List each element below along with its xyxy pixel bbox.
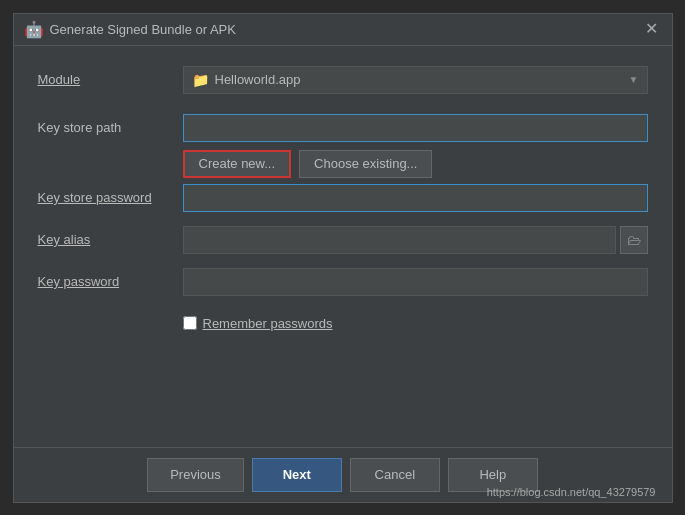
key-store-password-input[interactable] [183,184,648,212]
key-store-path-input[interactable] [183,114,648,142]
key-alias-control: 🗁 [183,226,648,254]
key-store-password-row: Key store password [38,184,648,212]
create-new-button[interactable]: Create new... [183,150,292,178]
remember-passwords-row: Remember passwords [183,316,648,331]
dialog-title: Generate Signed Bundle or APK [50,22,236,37]
key-store-path-right: Create new... Choose existing... [183,114,648,178]
folder-icon: 🗁 [627,232,641,248]
module-label: Module [38,72,183,87]
key-store-path-row: Key store path Create new... Choose exis… [38,114,648,178]
title-bar-left: 🤖 Generate Signed Bundle or APK [24,20,236,39]
close-button[interactable]: ✕ [641,19,662,39]
title-bar: 🤖 Generate Signed Bundle or APK ✕ [14,14,672,46]
key-password-label: Key password [38,274,183,289]
csdn-link: https://blog.csdn.net/qq_43279579 [487,486,656,498]
module-row: Module 📁 Helloworld.app ▼ [38,66,648,94]
module-value: Helloworld.app [215,72,301,87]
module-dropdown[interactable]: 📁 Helloworld.app ▼ [183,66,648,94]
key-store-password-control [183,184,648,212]
remember-passwords-label[interactable]: Remember passwords [203,316,333,331]
module-control: 📁 Helloworld.app ▼ [183,66,648,94]
key-store-password-label: Key store password [38,190,183,205]
key-store-path-label: Key store path [38,114,183,135]
key-alias-row: Key alias 🗁 [38,226,648,254]
choose-existing-button[interactable]: Choose existing... [299,150,432,178]
module-folder-icon: 📁 [192,72,209,88]
cancel-button[interactable]: Cancel [350,458,440,492]
previous-button[interactable]: Previous [147,458,244,492]
key-password-control [183,268,648,296]
next-button[interactable]: Next [252,458,342,492]
key-store-buttons: Create new... Choose existing... [183,150,648,178]
key-password-input[interactable] [183,268,648,296]
dialog-content: Module 📁 Helloworld.app ▼ Key store path [14,46,672,447]
key-alias-browse-button[interactable]: 🗁 [620,226,648,254]
key-alias-input[interactable] [183,226,616,254]
key-password-row: Key password [38,268,648,296]
android-icon: 🤖 [24,20,44,39]
dropdown-arrow-icon: ▼ [629,74,639,85]
key-alias-label: Key alias [38,232,183,247]
remember-passwords-checkbox[interactable] [183,316,197,330]
generate-signed-dialog: 🤖 Generate Signed Bundle or APK ✕ Module… [13,13,673,503]
dialog-footer: Previous Next Cancel Help https://blog.c… [14,447,672,502]
